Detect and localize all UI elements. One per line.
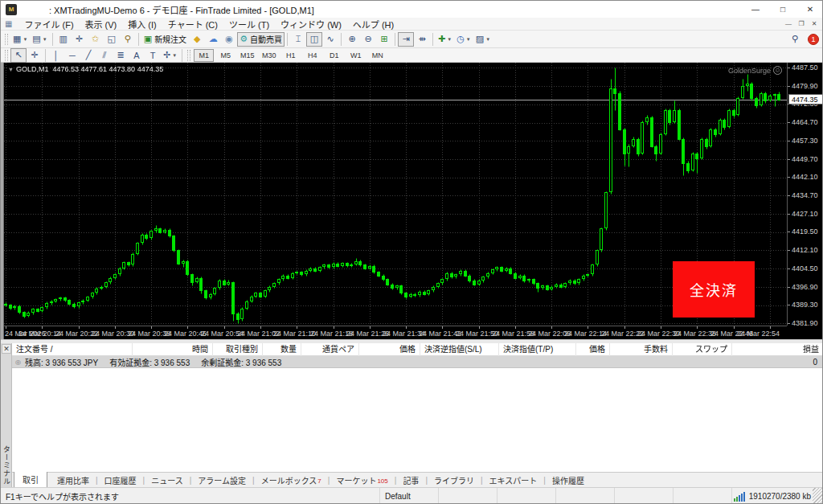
crosshair-button[interactable]: ✛ bbox=[27, 48, 43, 63]
shapes-button[interactable]: ✢▼ bbox=[161, 48, 179, 63]
autotrading-button[interactable]: ⚙自動売買 bbox=[237, 32, 285, 47]
chart-plot-area[interactable]: ▼GOLD,M1 4476.53 4477.61 4473.80 4474.35… bbox=[4, 63, 787, 326]
terminal-toggle-button[interactable]: ◱ bbox=[104, 32, 120, 47]
resize-grip[interactable] bbox=[813, 488, 823, 504]
fibonacci-button[interactable]: ≣ bbox=[113, 48, 129, 63]
candlestick-chart[interactable] bbox=[4, 63, 787, 326]
time-tick bbox=[406, 326, 407, 329]
column-header-6[interactable]: 決済逆指値(S/L) bbox=[420, 343, 499, 356]
menu-item-1[interactable]: 表示 (V) bbox=[80, 20, 123, 30]
column-header-7[interactable]: 決済指値(T/P) bbox=[499, 343, 576, 356]
price-axis[interactable]: 4487.504479.904472.304464.704457.304449.… bbox=[787, 63, 823, 326]
menu-item-3[interactable]: チャート (C) bbox=[162, 20, 223, 30]
zoom-out-button[interactable]: ⊖ bbox=[360, 32, 376, 47]
trendline-button[interactable]: ╱ bbox=[80, 48, 96, 63]
free-margin-value: 余剰証拠金: 3 936 553 bbox=[201, 356, 281, 368]
column-header-3[interactable]: 数量 bbox=[263, 343, 301, 356]
tile-windows-button[interactable]: ⊞ bbox=[376, 32, 392, 47]
column-header-5[interactable]: 価格 bbox=[359, 343, 420, 356]
column-header-11[interactable]: 損益 bbox=[732, 343, 823, 356]
toolbar-handle[interactable] bbox=[187, 50, 190, 61]
auto-scroll-button[interactable]: ⇥ bbox=[398, 32, 414, 47]
terminal-tab-10[interactable]: 操作履歴 bbox=[546, 473, 591, 487]
templates-button[interactable]: ▨▼ bbox=[473, 32, 493, 47]
terminal-tab-1[interactable]: 運用比率 bbox=[51, 473, 96, 487]
time-tick bbox=[187, 326, 188, 329]
terminal-tab-7[interactable]: 記事 bbox=[396, 473, 425, 487]
notification-badge[interactable]: 1 bbox=[808, 34, 819, 45]
market-watch-button[interactable]: ▥ bbox=[55, 32, 72, 47]
periods-button[interactable]: ◷▼ bbox=[454, 32, 473, 47]
status-profile[interactable]: Default bbox=[380, 488, 439, 504]
column-header-9[interactable]: 手数料 bbox=[610, 343, 673, 356]
column-header-2[interactable]: 取引種別 bbox=[213, 343, 263, 356]
terminal-tab-0[interactable]: 取引 bbox=[14, 472, 47, 488]
bar-chart-button[interactable]: ⌶ bbox=[290, 32, 306, 47]
timeframe-m30[interactable]: M30 bbox=[259, 49, 279, 62]
column-header-4[interactable]: 通貨ペア bbox=[301, 343, 359, 356]
terminal-tab-8[interactable]: ライブラリ bbox=[428, 473, 481, 487]
timeframe-m15[interactable]: M15 bbox=[237, 49, 257, 62]
status-empty-cell bbox=[439, 488, 497, 504]
profiles-button[interactable]: ▤▼ bbox=[30, 32, 49, 47]
price-tick bbox=[788, 214, 790, 215]
data-window-button[interactable]: ✛ bbox=[72, 32, 88, 47]
terminal-tab-5[interactable]: メールボックス7 bbox=[255, 473, 328, 487]
terminal-tab-9[interactable]: エキスパート bbox=[483, 473, 544, 487]
orders-list-empty-area[interactable] bbox=[12, 368, 823, 472]
menu-item-6[interactable]: ヘルプ (H) bbox=[347, 20, 399, 30]
new-chart-button[interactable]: ▦▼ bbox=[10, 32, 30, 47]
chart-window-icon[interactable]: ▦ bbox=[5, 19, 12, 28]
text-label-button[interactable]: T bbox=[145, 48, 161, 63]
timeframe-m1[interactable]: M1 bbox=[194, 49, 214, 62]
menu-item-0[interactable]: ファイル (F) bbox=[18, 20, 79, 30]
cursor-button[interactable]: ↖ bbox=[10, 48, 27, 63]
equidistant-channel-button[interactable]: ⫽ bbox=[96, 48, 113, 63]
timeframe-h4[interactable]: H4 bbox=[302, 49, 322, 62]
text-button[interactable]: A bbox=[129, 48, 145, 63]
candlestick-chart-button[interactable]: ◫ bbox=[306, 32, 322, 47]
new-order-button[interactable]: ▣新規注文 bbox=[141, 32, 189, 47]
column-header-1[interactable]: 時間 bbox=[133, 343, 213, 356]
chart-shift-button[interactable]: ⇻ bbox=[414, 32, 430, 47]
timeframe-m5[interactable]: M5 bbox=[215, 49, 235, 62]
column-header-10[interactable]: スワップ bbox=[673, 343, 732, 356]
timeframe-d1[interactable]: D1 bbox=[324, 49, 344, 62]
child-minimize-button[interactable]: — bbox=[782, 20, 795, 27]
child-restore-button[interactable]: ❐ bbox=[795, 20, 808, 27]
toolbar-handle[interactable] bbox=[5, 50, 8, 61]
search-icon[interactable]: ⚲ bbox=[787, 32, 803, 47]
mql5-community-button[interactable]: ☁ bbox=[205, 32, 221, 47]
minimize-button[interactable]: — bbox=[742, 1, 769, 18]
horizontal-line-button[interactable]: ─ bbox=[64, 48, 80, 63]
menu-item-4[interactable]: ツール (T) bbox=[223, 20, 275, 30]
terminal-close-icon[interactable]: ✕ bbox=[2, 344, 11, 354]
terminal-tab-4[interactable]: アラーム設定 bbox=[191, 473, 252, 487]
vertical-line-button[interactable]: │ bbox=[48, 48, 64, 63]
terminal-tab-6[interactable]: マーケット105 bbox=[330, 473, 394, 487]
metaeditor-button[interactable]: ◆ bbox=[189, 32, 205, 47]
zoom-in-button[interactable]: ⊕ bbox=[344, 32, 360, 47]
notifications-button[interactable]: ◉ bbox=[221, 32, 237, 47]
column-header-0[interactable]: 注文番号 / bbox=[12, 343, 133, 356]
column-header-8[interactable]: 価格 bbox=[576, 343, 610, 356]
maximize-button[interactable]: □ bbox=[769, 1, 796, 18]
close-all-positions-button[interactable]: 全決済 bbox=[673, 261, 755, 318]
timeframe-mn[interactable]: MN bbox=[367, 49, 387, 62]
line-chart-button[interactable]: ∿ bbox=[322, 32, 338, 47]
toolbar-handle[interactable] bbox=[5, 34, 8, 45]
navigator-button[interactable]: ✩ bbox=[88, 32, 104, 47]
strategy-tester-button[interactable]: ⚲ bbox=[120, 32, 136, 47]
menu-item-2[interactable]: 挿入 (I) bbox=[122, 20, 162, 30]
child-close-button[interactable]: ✕ bbox=[808, 20, 821, 27]
close-button[interactable]: ✕ bbox=[796, 1, 823, 18]
collapse-icon[interactable]: ▼ bbox=[8, 67, 14, 72]
timeframe-h1[interactable]: H1 bbox=[280, 49, 301, 62]
time-axis[interactable]: 24 Mar 202624 Mar 20:1424 Mar 20:2224 Ma… bbox=[4, 326, 787, 339]
menu-item-5[interactable]: ウィンドウ (W) bbox=[275, 20, 347, 30]
terminal-tab-3[interactable]: ニュース bbox=[145, 473, 190, 487]
timeframe-w1[interactable]: W1 bbox=[346, 49, 366, 62]
ea-smiley-icon[interactable]: ☺ bbox=[773, 66, 782, 75]
indicators-button[interactable]: ✚▼ bbox=[436, 32, 454, 47]
terminal-tab-2[interactable]: 口座履歴 bbox=[98, 473, 143, 487]
